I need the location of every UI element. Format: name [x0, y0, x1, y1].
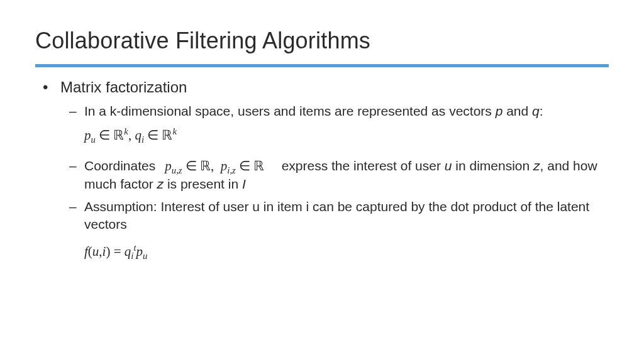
- formula-coordinates: pu,z ∈ ℝ, pi,z ∈ ℝ: [162, 157, 264, 175]
- bullet-level2-b: – Coordinates pu,z ∈ ℝ, pi,z ∈ ℝ express…: [69, 157, 609, 193]
- slide-title: Collaborative Filtering Algorithms: [35, 28, 609, 54]
- bullet-l2a-text: In a k-dimensional space, users and item…: [84, 102, 609, 120]
- bullet-dash-icon: –: [69, 102, 84, 120]
- bullet-level2-a: – In a k-dimensional space, users and it…: [69, 102, 609, 120]
- formula-vectors: pu ∈ ℝk, qi ∈ ℝk: [84, 128, 609, 143]
- bullet-dash-icon: –: [69, 157, 84, 175]
- bullet-dot-icon: •: [43, 79, 60, 96]
- bullet-l2b-text: Coordinates pu,z ∈ ℝ, pi,z ∈ ℝ express t…: [84, 157, 609, 193]
- bullet-level2-c: – Assumption: Interest of user u in item…: [69, 198, 609, 234]
- slide-content: • Matrix factorization – In a k-dimensio…: [35, 79, 609, 260]
- title-divider: [35, 64, 609, 67]
- formula-dotproduct: f(u,i) = qitpu: [84, 244, 609, 260]
- bullet-dash-icon: –: [69, 198, 84, 216]
- bullet-l2c-text: Assumption: Interest of user u in item i…: [84, 198, 609, 234]
- bullet-l1-text: Matrix factorization: [60, 79, 187, 96]
- bullet-level1: • Matrix factorization: [43, 79, 609, 96]
